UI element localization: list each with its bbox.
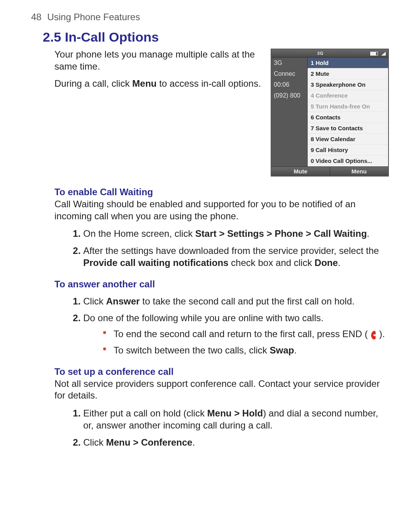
intro-p1: Your phone lets you manage multiple call… <box>54 49 262 72</box>
answer-bullet-2: To switch between the two calls, click S… <box>103 344 389 356</box>
answer-steps: Click Answer to take the second call and… <box>54 295 389 356</box>
page: 48 Using Phone Features 2.5 In-Call Opti… <box>0 0 420 516</box>
menu-item-contacts[interactable]: 6 Contacts <box>308 112 388 123</box>
sub-title-call-waiting: To enable Call Waiting <box>54 187 389 198</box>
section-number: 2.5 <box>43 30 61 44</box>
page-number: 48 <box>31 12 42 22</box>
answer-step-2: Do one of the following while you are on… <box>83 312 389 356</box>
signal-icon <box>381 50 386 56</box>
softkey-left[interactable]: Mute <box>271 167 330 176</box>
page-header: 48 Using Phone Features <box>31 12 389 23</box>
section-name: In-Call Options <box>65 30 159 44</box>
menu-item-call-history[interactable]: 9 Call History <box>308 145 388 156</box>
conf-step-2: Click Menu > Conference. <box>83 436 389 448</box>
menu-item-hold[interactable]: 1 Hold <box>308 58 388 68</box>
menu-item-speakerphone[interactable]: 3 Speakerphone On <box>308 79 388 90</box>
phone-nw: 3G <box>271 58 307 68</box>
phone-screenshot: 3G 3G Connec 00:06 (092) 800 1 Hold 2 Mu… <box>271 49 389 177</box>
softkey-right[interactable]: Menu <box>330 167 388 176</box>
battery-icon <box>370 50 378 56</box>
conference-steps: Either put a call on hold (click Menu > … <box>54 407 389 448</box>
subsection-answer: To answer another call Click Answer to t… <box>54 279 389 356</box>
conf-step-1: Either put a call on hold (click Menu > … <box>83 407 389 431</box>
section-title: 2.5 In-Call Options <box>43 30 389 45</box>
sub-title-answer: To answer another call <box>54 279 389 290</box>
sub-title-conference: To set up a conference call <box>54 366 389 377</box>
phone-number: (092) 800 <box>271 90 307 101</box>
answer-step-1: Click Answer to take the second call and… <box>83 295 389 307</box>
answer-bullets: To end the second call and return to the… <box>83 328 389 356</box>
phone-softbar: Mute Menu <box>271 166 388 176</box>
menu-item-conference: 4 Conference <box>308 90 388 101</box>
call-waiting-body: Call Waiting should be enabled and suppo… <box>54 198 389 222</box>
menu-item-save-contacts[interactable]: 7 Save to Contacts <box>308 123 388 134</box>
phone-statusbar: 3G <box>271 49 388 58</box>
intro-p2: During a call, click Menu to access in-c… <box>54 78 262 90</box>
menu-item-mute[interactable]: 2 Mute <box>308 68 388 79</box>
cw-step-1: On the Home screen, click Start > Settin… <box>83 227 389 240</box>
call-waiting-steps: On the Home screen, click Start > Settin… <box>54 227 389 269</box>
conference-body: Not all service providers support confer… <box>54 378 389 402</box>
intro-text: Your phone lets you manage multiple call… <box>54 49 262 95</box>
status-3g-icon: 3G <box>274 51 367 56</box>
answer-bullet-1: To end the second call and return to the… <box>103 328 389 340</box>
phone-status: Connec <box>271 68 307 79</box>
menu-item-calendar[interactable]: 8 View Calendar <box>308 134 388 145</box>
phone-menu: 1 Hold 2 Mute 3 Speakerphone On 4 Confer… <box>308 58 388 166</box>
menu-item-video-options[interactable]: 0 Video Call Options... <box>308 156 388 166</box>
phone-left-pane: 3G Connec 00:06 (092) 800 <box>271 58 308 166</box>
menu-item-handsfree: 5 Turn Hands-free On <box>308 101 388 112</box>
chapter-title: Using Phone Features <box>47 12 140 22</box>
subsection-conference: To set up a conference call Not all serv… <box>54 366 389 448</box>
end-call-icon <box>370 330 376 339</box>
phone-time: 00:06 <box>271 79 307 90</box>
cw-step-2: After the settings have downloaded from … <box>83 245 389 269</box>
subsection-call-waiting: To enable Call Waiting Call Waiting shou… <box>54 187 389 269</box>
